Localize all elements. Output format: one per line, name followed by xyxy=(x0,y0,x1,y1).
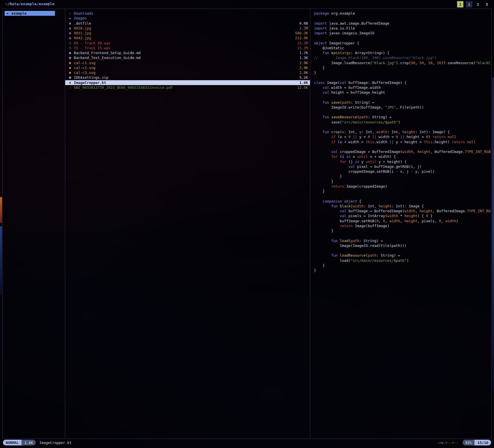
file-name: cal-c2.svg xyxy=(74,66,299,70)
file-row-selected[interactable]: ▮ImageCropper.kt1.6K xyxy=(65,80,310,85)
download-icon: ⇩ xyxy=(68,11,72,15)
file-size: 12.5K xyxy=(297,85,308,90)
code-line: val pixels = IntArray(width * height) { … xyxy=(314,213,491,218)
status-right: -rw-r--r-- 93% 15/16 xyxy=(437,440,491,445)
file-size: 586.3K xyxy=(295,31,308,35)
markdown-icon: ▥ xyxy=(68,51,72,55)
file-icon: ▮ xyxy=(68,81,72,85)
code-line: fun saveResource(path: String) = xyxy=(314,115,491,119)
audio-icon: ∩ xyxy=(68,41,72,45)
file-name: ImageCropper.kt xyxy=(74,80,299,85)
file-row[interactable]: ∩09 - Track 09.wav15.3M xyxy=(65,41,310,46)
code-line: class Image(val buffImage: BufferedImage… xyxy=(314,80,491,85)
code-line xyxy=(314,75,491,80)
file-size: 0.0B xyxy=(299,21,308,25)
code-line xyxy=(314,194,491,199)
code-line: if (x + width > this.width || y + height… xyxy=(314,139,491,144)
code-line: val width = buffImage.width xyxy=(314,85,491,90)
code-line xyxy=(314,16,491,21)
pdf-icon: ❏ xyxy=(68,86,72,89)
image-icon: ▣ xyxy=(68,61,72,65)
code-line: import java.io.File xyxy=(314,26,491,31)
file-size: 2.9K xyxy=(299,66,308,70)
code-line: } xyxy=(314,179,491,184)
file-row[interactable]: ▰Images xyxy=(65,16,310,21)
code-line xyxy=(314,95,491,100)
code-line: } xyxy=(314,263,491,268)
code-line: fun black(width: Int, height: Int): Imag… xyxy=(314,204,491,209)
tab-4[interactable]: 3 xyxy=(484,1,490,7)
file-row[interactable]: ▦IDEAsettings.zip5.2K xyxy=(65,75,310,80)
audio-icon: ∩ xyxy=(68,46,72,50)
file-list-panel: ⇩Downloads▰Images▮.dotfile0.0B▣0028.jpg1… xyxy=(65,9,310,439)
code-preview-panel: package org.exampleimport java.awt.image… xyxy=(310,9,491,439)
file-name: example xyxy=(11,11,65,15)
cursor-position-badge: 15/16 xyxy=(475,440,491,445)
zip-icon: ▦ xyxy=(68,76,72,79)
code-line xyxy=(314,233,491,238)
code-line: // Image.black(100, 100).saveResource("b… xyxy=(314,55,491,60)
file-size: 1.6K xyxy=(299,80,308,85)
code-line: croppedImage.setRGB(i - x, j - y, pixel) xyxy=(314,169,491,174)
file-row-selected[interactable]: ▰example xyxy=(3,11,65,16)
file-row[interactable]: ❏SBI_0032013739_2023_DE05_0003155631Invo… xyxy=(65,85,310,90)
file-size: 15.3M xyxy=(297,41,308,45)
code-line: val pixel = buffImage.getRGB(i, j) xyxy=(314,164,491,169)
folder-icon: ▰ xyxy=(5,11,10,15)
code-line: for (i in x until x + width) { xyxy=(314,154,491,159)
file-row[interactable]: ▣0042.jpg212.9K xyxy=(65,36,310,40)
file-name: SBI_0032013739_2023_DE05_0003155631Invoi… xyxy=(74,85,297,90)
code-line: return Image(croppedImage) xyxy=(314,184,491,189)
code-line xyxy=(314,248,491,253)
image-icon: ▣ xyxy=(68,36,72,40)
file-name: 15 - Track 15.wav xyxy=(74,46,297,50)
file-size: 5.2K xyxy=(299,75,308,80)
file-row[interactable]: ▣0028.jpg1.3M xyxy=(65,26,310,31)
file-size-badge: 1.6K xyxy=(21,440,36,445)
code-line: load("src/main/resources/$path") xyxy=(314,258,491,263)
top-bar: ~/Data/example/example 1123 xyxy=(0,0,494,9)
code-line: } xyxy=(314,65,491,70)
file-row[interactable]: ▣0031.jpg586.3K xyxy=(65,31,310,36)
status-file-name: ImageCropper.kt xyxy=(39,441,72,445)
code-line: val buffImage = BufferedImage(width, hei… xyxy=(314,209,491,213)
file-manager-frame: ▰example ⇩Downloads▰Images▮.dotfile0.0B▣… xyxy=(2,9,492,439)
file-name: Backend_Test_Execution_Guide.md xyxy=(74,56,299,60)
code-line: fun main(args: Array<String>) { xyxy=(314,50,491,55)
file-row[interactable]: ∩15 - Track 15.wav15.3M xyxy=(65,46,310,50)
tab-1[interactable]: 1 xyxy=(457,1,463,7)
code-line: } xyxy=(314,189,491,194)
file-row[interactable]: ▥Backend_Test_Execution_Guide.md1.3K xyxy=(65,55,310,60)
file-name: Downloads xyxy=(74,11,308,15)
code-line xyxy=(314,36,491,40)
file-size: 1.3M xyxy=(299,26,308,30)
code-line: } xyxy=(314,174,491,179)
code-line: val height = buffImage.height xyxy=(314,90,491,95)
code-line: return Image(buffImage) xyxy=(314,223,491,228)
file-row[interactable]: ▣cal-c2.svg2.9K xyxy=(65,65,310,70)
file-row[interactable]: ▥Backend_Frontend_Setup_Guide.md1.7K xyxy=(65,50,310,55)
file-size: 2.9K xyxy=(299,70,308,75)
file-name: Backend_Frontend_Setup_Guide.md xyxy=(74,51,299,55)
file-name: 0028.jpg xyxy=(74,26,299,30)
code-line xyxy=(314,144,491,149)
mode-badge: NORMAL xyxy=(3,440,21,445)
file-row[interactable]: ⇩Downloads xyxy=(65,11,310,16)
code-line: fun crop(x: Int, y: Int, width: Int, hei… xyxy=(314,129,491,134)
code-line xyxy=(314,110,491,115)
file-name: Images xyxy=(74,16,308,20)
file-row[interactable]: ▮.dotfile0.0B xyxy=(65,21,310,26)
breadcrumb-current-path: ~/Data/example/example xyxy=(5,2,54,6)
tab-3[interactable]: 2 xyxy=(475,1,481,7)
file-row[interactable]: ▣cal-c3.svg2.9K xyxy=(65,70,310,75)
code-line: val croppedImage = BufferedImage(width, … xyxy=(314,149,491,154)
code-line: } xyxy=(314,268,491,273)
image-icon: ▣ xyxy=(68,71,72,74)
parent-directory-panel: ▰example xyxy=(3,9,65,439)
code-line: } xyxy=(314,70,491,75)
file-name: 09 - Track 09.wav xyxy=(74,41,297,45)
tab-2[interactable]: 1 xyxy=(466,1,472,7)
file-row[interactable]: ▣cal-c1.svg2.9K xyxy=(65,60,310,65)
image-icon: ▣ xyxy=(68,31,72,35)
file-size: 212.9K xyxy=(295,36,308,40)
